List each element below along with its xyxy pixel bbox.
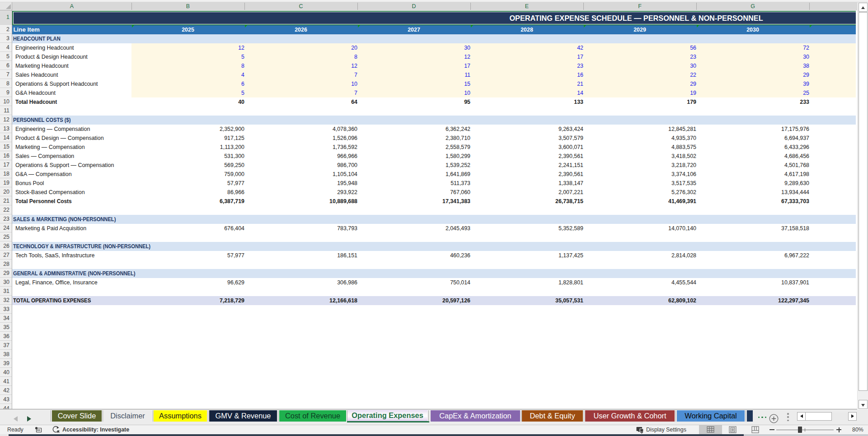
- cell-value[interactable]: 186,151: [244, 251, 357, 260]
- view-page-break-icon[interactable]: [751, 426, 759, 433]
- status-display-settings[interactable]: Display Settings: [646, 425, 686, 434]
- title-row-selection[interactable]: OPERATING EXPENSE SCHEDULE — PERSONNEL &…: [12, 10, 856, 25]
- cell-value[interactable]: 4,686,456: [696, 152, 809, 161]
- row-header-25[interactable]: 25: [0, 233, 12, 241]
- cell-value[interactable]: 3,218,720: [583, 161, 696, 170]
- formula-row[interactable]: Engineering — Compensation2,352,9004,078…: [12, 125, 856, 134]
- formula-row[interactable]: Bonus Pool57,977195,948511,3731,338,1473…: [12, 179, 856, 188]
- vscroll-thumb[interactable]: [859, 12, 868, 391]
- zoom-out-button[interactable]: [769, 425, 775, 434]
- row-number-gutter[interactable]: 1234567891011121314151617181920212223242…: [0, 10, 12, 409]
- sheet-grid[interactable]: HEADCOUNT PLANEngineering Headcount12203…: [12, 10, 856, 409]
- sheet-tab-cost-of-revenue[interactable]: Cost of Revenue: [279, 410, 346, 422]
- cell-value[interactable]: 9,289,630: [696, 179, 809, 188]
- cell-value[interactable]: 511,373: [357, 179, 470, 188]
- cell-value[interactable]: 12,845,281: [583, 125, 696, 134]
- row-header-37[interactable]: 37: [0, 341, 12, 350]
- row-header-13[interactable]: 13: [0, 125, 12, 133]
- cell-value[interactable]: 12: [131, 43, 244, 52]
- row-header-42[interactable]: 42: [0, 386, 12, 395]
- accessibility-icon[interactable]: [52, 426, 61, 434]
- cell-value[interactable]: 13,934,444: [696, 188, 809, 197]
- formula-row[interactable]: Stock-Based Compensation86,966293,922767…: [12, 188, 856, 197]
- cell-value[interactable]: 64: [244, 97, 357, 107]
- cell-value[interactable]: 6,362,242: [357, 125, 470, 134]
- formula-row[interactable]: Tech Tools, SaaS, Infrastructure57,97718…: [12, 251, 856, 260]
- vertical-scrollbar[interactable]: [857, 2, 868, 409]
- cell-value[interactable]: 966,966: [244, 152, 357, 161]
- vscroll-down-button[interactable]: [859, 400, 868, 409]
- cell-value[interactable]: 7: [244, 88, 357, 97]
- cell-value[interactable]: 2,390,561: [470, 152, 583, 161]
- cell-value[interactable]: 38: [696, 61, 809, 70]
- cell-value[interactable]: 6: [131, 79, 244, 88]
- cell-value[interactable]: 8: [131, 61, 244, 70]
- cell-value[interactable]: 16: [470, 70, 583, 79]
- row-header-41[interactable]: 41: [0, 377, 12, 386]
- cell-value[interactable]: 4,935,370: [583, 134, 696, 143]
- sheet-tab-user-growth-cohort[interactable]: User Growth & Cohort: [585, 410, 675, 422]
- formula-row[interactable]: Product & Design — Compensation917,1251,…: [12, 134, 856, 143]
- cell-value[interactable]: 17: [357, 61, 470, 70]
- tab-nav-left-icon[interactable]: [14, 416, 18, 422]
- cell-value[interactable]: 4: [131, 70, 244, 79]
- row-header-38[interactable]: 38: [0, 350, 12, 359]
- vscroll-up-button[interactable]: [859, 3, 868, 12]
- row-header-19[interactable]: 19: [0, 179, 12, 187]
- cell-value[interactable]: 2,007,221: [470, 188, 583, 197]
- cell-value[interactable]: 57,977: [131, 179, 244, 188]
- cell-value[interactable]: 5: [131, 52, 244, 61]
- column-header-b[interactable]: B: [131, 2, 244, 10]
- row-header-43[interactable]: 43: [0, 395, 12, 404]
- cell-value[interactable]: 1,736,592: [244, 143, 357, 152]
- cell-value[interactable]: 917,125: [131, 134, 244, 143]
- cell-value[interactable]: 96,629: [131, 278, 244, 287]
- cell-value[interactable]: 4,617,198: [696, 170, 809, 179]
- cell-value[interactable]: 3,517,535: [583, 179, 696, 188]
- input-row[interactable]: Product & Design Headcount5812172330: [12, 52, 856, 61]
- select-all-corner[interactable]: [0, 2, 12, 10]
- total-row[interactable]: Total Personnel Costs6,387,71910,889,688…: [12, 197, 856, 206]
- status-accessibility[interactable]: Accessibility: Investigate: [62, 425, 129, 434]
- cell-value[interactable]: 29: [696, 70, 809, 79]
- cell-value[interactable]: 4,501,768: [696, 161, 809, 170]
- cell-value[interactable]: 86,966: [131, 188, 244, 197]
- cell-value[interactable]: 531,300: [131, 152, 244, 161]
- cell-value[interactable]: 122,297,345: [696, 296, 809, 305]
- row-header-31[interactable]: 31: [0, 287, 12, 296]
- row-header-4[interactable]: 4: [0, 43, 12, 52]
- formula-row[interactable]: Marketing & Paid Acquisition676,404783,7…: [12, 224, 856, 233]
- row-header-11[interactable]: 11: [0, 107, 12, 115]
- input-row[interactable]: Sales Headcount4711162229: [12, 70, 856, 79]
- row-header-22[interactable]: 22: [0, 206, 12, 214]
- row-header-5[interactable]: 5: [0, 52, 12, 61]
- cell-value[interactable]: 676,404: [131, 224, 244, 233]
- row-header-12[interactable]: 12: [0, 116, 12, 124]
- cell-value[interactable]: 569,250: [131, 161, 244, 170]
- cell-value[interactable]: 30: [583, 61, 696, 70]
- cell-value[interactable]: 767,060: [357, 188, 470, 197]
- row-header-28[interactable]: 28: [0, 260, 12, 269]
- section-row[interactable]: GENERAL & ADMINISTRATIVE (NON-PERSONNEL): [12, 269, 856, 278]
- cell-value[interactable]: 195,948: [244, 179, 357, 188]
- cell-value[interactable]: 72: [696, 43, 809, 52]
- column-header-a[interactable]: A: [12, 2, 131, 10]
- cell-value[interactable]: 8: [244, 52, 357, 61]
- row-header-33[interactable]: 33: [0, 305, 12, 314]
- cell-value[interactable]: 41,469,391: [583, 197, 696, 206]
- cell-value[interactable]: 5,276,302: [583, 188, 696, 197]
- sheet-tab-debt-equity[interactable]: Debt & Equity: [522, 410, 583, 422]
- cell-value[interactable]: 1,641,869: [357, 170, 470, 179]
- cell-value[interactable]: 2,352,900: [131, 125, 244, 134]
- formula-row[interactable]: Sales — Compensation531,300966,9661,580,…: [12, 152, 856, 161]
- sheet-tab-capex-amortization[interactable]: CapEx & Amortization: [431, 410, 520, 422]
- cell-value[interactable]: 2,045,493: [357, 224, 470, 233]
- row-header-10[interactable]: 10: [0, 97, 12, 106]
- row-header-34[interactable]: 34: [0, 314, 12, 323]
- cell-value[interactable]: 1,580,299: [357, 152, 470, 161]
- cell-value[interactable]: 1,105,104: [244, 170, 357, 179]
- sheet-tab-working-capital[interactable]: Working Capital: [677, 410, 745, 422]
- input-row[interactable]: Engineering Headcount122030425672: [12, 43, 856, 52]
- row-header-15[interactable]: 15: [0, 143, 12, 151]
- cell-value[interactable]: 21: [470, 79, 583, 88]
